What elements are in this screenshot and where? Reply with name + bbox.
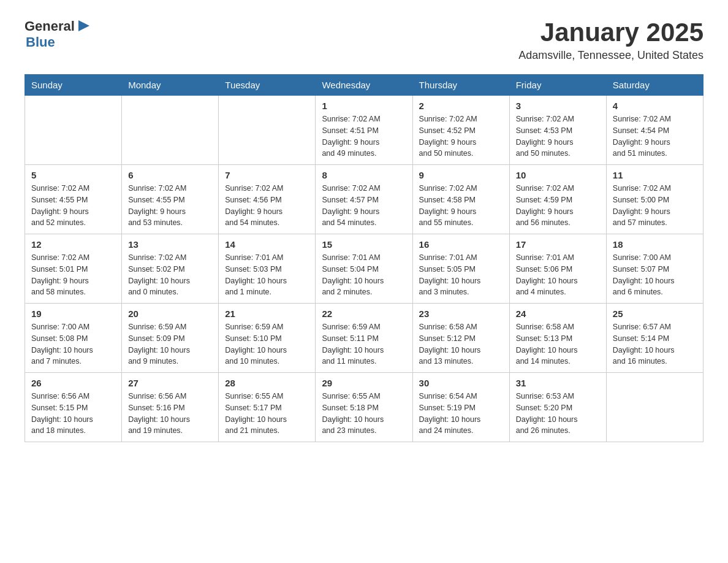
day-info: Sunrise: 7:00 AM Sunset: 5:07 PM Dayligh… [613,252,697,298]
calendar-cell: 24Sunrise: 6:58 AM Sunset: 5:13 PM Dayli… [509,304,606,373]
day-info: Sunrise: 7:01 AM Sunset: 5:06 PM Dayligh… [516,252,600,298]
calendar-cell: 4Sunrise: 7:02 AM Sunset: 4:54 PM Daylig… [606,96,703,165]
calendar-header: SundayMondayTuesdayWednesdayThursdayFrid… [25,75,703,96]
day-number: 27 [128,378,212,388]
day-number: 28 [225,378,309,388]
location-label: Adamsville, Tennessee, United States [518,49,703,62]
calendar-cell: 13Sunrise: 7:02 AM Sunset: 5:02 PM Dayli… [122,234,219,304]
calendar-cell: 12Sunrise: 7:02 AM Sunset: 5:01 PM Dayli… [25,234,122,304]
page-header: General Blue January 2025 Adamsville, Te… [25,18,703,62]
day-info: Sunrise: 7:02 AM Sunset: 4:56 PM Dayligh… [225,183,309,229]
day-info: Sunrise: 6:56 AM Sunset: 5:16 PM Dayligh… [128,391,212,437]
day-of-week-header: Wednesday [316,75,412,96]
calendar-cell: 26Sunrise: 6:56 AM Sunset: 5:15 PM Dayli… [25,373,122,442]
day-info: Sunrise: 7:02 AM Sunset: 5:01 PM Dayligh… [31,252,115,298]
day-number: 11 [613,170,697,180]
day-number: 30 [419,378,503,388]
calendar-cell: 3Sunrise: 7:02 AM Sunset: 4:53 PM Daylig… [509,96,606,165]
day-info: Sunrise: 6:57 AM Sunset: 5:14 PM Dayligh… [613,321,697,367]
day-number: 25 [613,308,697,319]
calendar-cell: 1Sunrise: 7:02 AM Sunset: 4:51 PM Daylig… [316,96,412,165]
day-number: 6 [128,170,212,180]
calendar-cell: 30Sunrise: 6:54 AM Sunset: 5:19 PM Dayli… [412,373,509,442]
calendar-cell: 16Sunrise: 7:01 AM Sunset: 5:05 PM Dayli… [412,234,509,304]
calendar-week-row: 26Sunrise: 6:56 AM Sunset: 5:15 PM Dayli… [25,373,703,442]
calendar-table: SundayMondayTuesdayWednesdayThursdayFrid… [25,74,703,442]
calendar-cell: 6Sunrise: 7:02 AM Sunset: 4:55 PM Daylig… [122,165,219,234]
day-info: Sunrise: 7:01 AM Sunset: 5:05 PM Dayligh… [419,252,503,298]
day-number: 26 [31,378,115,388]
day-number: 29 [322,378,406,388]
calendar-cell: 31Sunrise: 6:53 AM Sunset: 5:20 PM Dayli… [509,373,606,442]
calendar-cell: 25Sunrise: 6:57 AM Sunset: 5:14 PM Dayli… [606,304,703,373]
day-info: Sunrise: 6:55 AM Sunset: 5:17 PM Dayligh… [225,391,309,437]
day-number: 24 [516,308,600,319]
calendar-cell: 22Sunrise: 6:59 AM Sunset: 5:11 PM Dayli… [316,304,412,373]
day-number: 23 [419,308,503,319]
title-section: January 2025 Adamsville, Tennessee, Unit… [518,18,703,62]
day-number: 5 [31,170,115,180]
calendar-cell [122,96,219,165]
day-info: Sunrise: 7:01 AM Sunset: 5:04 PM Dayligh… [322,252,406,298]
days-of-week-row: SundayMondayTuesdayWednesdayThursdayFrid… [25,75,703,96]
logo: General Blue [25,18,92,50]
logo-general-text: General [25,18,75,34]
logo-arrow-icon [76,18,92,34]
day-info: Sunrise: 6:55 AM Sunset: 5:18 PM Dayligh… [322,391,406,437]
day-info: Sunrise: 6:53 AM Sunset: 5:20 PM Dayligh… [516,391,600,437]
day-number: 18 [613,239,697,250]
calendar-cell: 9Sunrise: 7:02 AM Sunset: 4:58 PM Daylig… [412,165,509,234]
calendar-cell: 5Sunrise: 7:02 AM Sunset: 4:55 PM Daylig… [25,165,122,234]
calendar-cell: 28Sunrise: 6:55 AM Sunset: 5:17 PM Dayli… [219,373,316,442]
calendar-cell: 23Sunrise: 6:58 AM Sunset: 5:12 PM Dayli… [412,304,509,373]
calendar-cell: 20Sunrise: 6:59 AM Sunset: 5:09 PM Dayli… [122,304,219,373]
calendar-cell: 2Sunrise: 7:02 AM Sunset: 4:52 PM Daylig… [412,96,509,165]
calendar-week-row: 5Sunrise: 7:02 AM Sunset: 4:55 PM Daylig… [25,165,703,234]
day-info: Sunrise: 6:56 AM Sunset: 5:15 PM Dayligh… [31,391,115,437]
day-number: 19 [31,308,115,319]
day-info: Sunrise: 7:01 AM Sunset: 5:03 PM Dayligh… [225,252,309,298]
day-info: Sunrise: 7:02 AM Sunset: 4:55 PM Dayligh… [31,183,115,229]
calendar-cell: 14Sunrise: 7:01 AM Sunset: 5:03 PM Dayli… [219,234,316,304]
day-of-week-header: Tuesday [219,75,316,96]
day-info: Sunrise: 7:02 AM Sunset: 4:53 PM Dayligh… [516,113,600,159]
day-info: Sunrise: 7:02 AM Sunset: 4:54 PM Dayligh… [613,113,697,159]
day-info: Sunrise: 6:54 AM Sunset: 5:19 PM Dayligh… [419,391,503,437]
calendar-body: 1Sunrise: 7:02 AM Sunset: 4:51 PM Daylig… [25,96,703,442]
day-info: Sunrise: 6:59 AM Sunset: 5:10 PM Dayligh… [225,321,309,367]
calendar-cell: 8Sunrise: 7:02 AM Sunset: 4:57 PM Daylig… [316,165,412,234]
month-title: January 2025 [518,18,703,47]
day-info: Sunrise: 6:58 AM Sunset: 5:12 PM Dayligh… [419,321,503,367]
day-number: 1 [322,101,406,111]
calendar-week-row: 1Sunrise: 7:02 AM Sunset: 4:51 PM Daylig… [25,96,703,165]
day-info: Sunrise: 6:59 AM Sunset: 5:09 PM Dayligh… [128,321,212,367]
day-number: 2 [419,101,503,111]
calendar-cell: 29Sunrise: 6:55 AM Sunset: 5:18 PM Dayli… [316,373,412,442]
day-of-week-header: Monday [122,75,219,96]
day-info: Sunrise: 7:02 AM Sunset: 4:58 PM Dayligh… [419,183,503,229]
day-number: 9 [419,170,503,180]
calendar-cell: 15Sunrise: 7:01 AM Sunset: 5:04 PM Dayli… [316,234,412,304]
calendar-cell [25,96,122,165]
calendar-cell: 17Sunrise: 7:01 AM Sunset: 5:06 PM Dayli… [509,234,606,304]
day-of-week-header: Thursday [412,75,509,96]
calendar-week-row: 19Sunrise: 7:00 AM Sunset: 5:08 PM Dayli… [25,304,703,373]
calendar-cell [219,96,316,165]
day-info: Sunrise: 7:02 AM Sunset: 5:02 PM Dayligh… [128,252,212,298]
day-number: 12 [31,239,115,250]
svg-marker-0 [78,20,89,31]
day-number: 8 [322,170,406,180]
day-of-week-header: Saturday [606,75,703,96]
day-info: Sunrise: 7:02 AM Sunset: 4:57 PM Dayligh… [322,183,406,229]
day-number: 22 [322,308,406,319]
day-number: 13 [128,239,212,250]
day-number: 7 [225,170,309,180]
day-info: Sunrise: 7:02 AM Sunset: 4:51 PM Dayligh… [322,113,406,159]
day-number: 20 [128,308,212,319]
day-info: Sunrise: 7:02 AM Sunset: 4:59 PM Dayligh… [516,183,600,229]
day-info: Sunrise: 6:59 AM Sunset: 5:11 PM Dayligh… [322,321,406,367]
calendar-cell: 10Sunrise: 7:02 AM Sunset: 4:59 PM Dayli… [509,165,606,234]
day-number: 10 [516,170,600,180]
day-of-week-header: Sunday [25,75,122,96]
day-number: 17 [516,239,600,250]
